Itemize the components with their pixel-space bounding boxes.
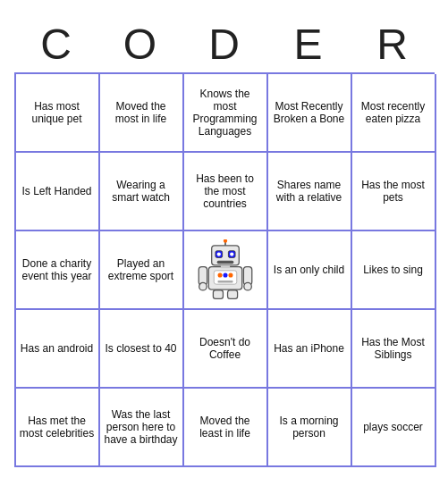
bingo-cell-r4c1[interactable]: Was the last person here to have a birth… [100,389,184,467]
svg-rect-9 [220,264,229,267]
svg-rect-14 [217,280,232,282]
bingo-cell-r0c0[interactable]: Has most unique pet [16,74,100,153]
bingo-cell-r0c4[interactable]: Most recently eaten pizza [352,74,436,153]
bingo-cell-r3c2[interactable]: Doesn't do Coffee [184,310,268,389]
bingo-cell-r4c0[interactable]: Has met the most celebrities [16,389,100,467]
bingo-cell-r2c2[interactable] [184,231,268,310]
svg-rect-19 [213,289,223,297]
svg-point-5 [216,252,220,256]
bingo-card: C O D E R Has most unique petMoved the m… [5,11,444,476]
bingo-cell-r4c2[interactable]: Moved the least in life [184,389,268,467]
bingo-cell-r1c0[interactable]: Is Left Handed [16,153,100,231]
svg-point-11 [217,272,222,277]
bingo-cell-r3c0[interactable]: Has an android [16,310,100,389]
bingo-cell-r3c1[interactable]: Is closest to 40 [100,310,184,389]
svg-point-2 [223,239,226,243]
letter-r: R [353,20,432,69]
bingo-cell-r0c3[interactable]: Most Recently Broken a Bone [268,74,352,153]
bingo-cell-r1c1[interactable]: Wearing a smart watch [100,153,184,231]
svg-rect-7 [216,260,233,263]
bingo-cell-r0c1[interactable]: Moved the most in life [100,74,184,153]
letter-d: D [185,20,264,69]
letter-c: C [17,20,96,69]
letter-e: E [269,20,348,69]
letter-o: O [101,20,180,69]
bingo-grid: Has most unique petMoved the most in lif… [14,72,435,467]
bingo-cell-r4c3[interactable]: Is a morning person [268,389,352,467]
bingo-cell-r4c4[interactable]: plays soccer [352,389,436,467]
bingo-cell-r0c2[interactable]: Knows the most Programming Languages [184,74,268,153]
bingo-cell-r2c4[interactable]: Likes to sing [352,231,436,310]
svg-point-6 [230,252,233,256]
svg-point-18 [243,282,251,290]
svg-point-17 [199,282,207,290]
bingo-cell-r3c4[interactable]: Has the Most Siblings [352,310,436,389]
svg-rect-20 [227,289,237,297]
bingo-header: C O D E R [14,20,435,69]
bingo-cell-r2c3[interactable]: Is an only child [268,231,352,310]
bingo-cell-r1c3[interactable]: Shares name with a relative [268,153,352,231]
bingo-cell-r2c0[interactable]: Done a charity event this year [16,231,100,310]
bingo-cell-r3c3[interactable]: Has an iPhone [268,310,352,389]
bingo-cell-r1c2[interactable]: Has been to the most countries [184,153,268,231]
svg-point-13 [228,272,232,277]
bingo-cell-r2c1[interactable]: Played an extreme sport [100,231,184,310]
svg-point-12 [223,272,227,277]
bingo-cell-r1c4[interactable]: Has the most pets [352,153,436,231]
